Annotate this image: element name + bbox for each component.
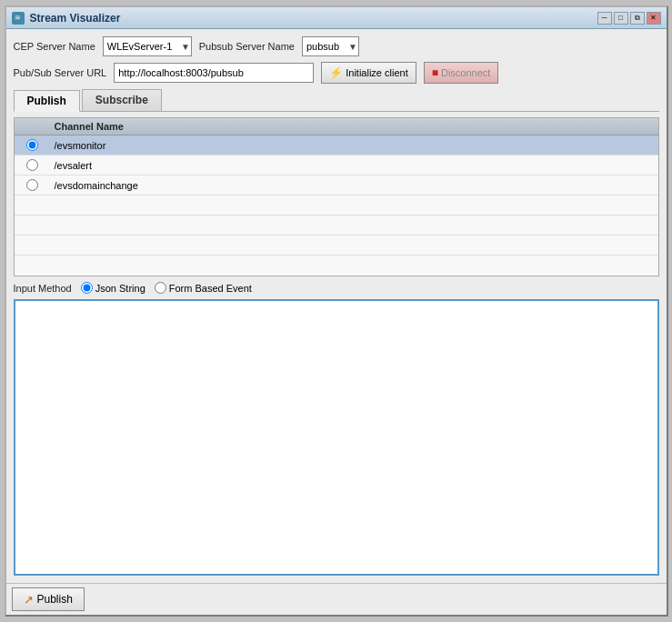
form-based-label: Form Based Event (169, 283, 252, 294)
publish-icon: ↗ (24, 593, 34, 607)
main-window: ≋ Stream Visualizer ─ □ ⧉ ✕ CEP Server N… (5, 5, 668, 617)
channel-name-1: /evsmonitor (51, 138, 658, 153)
channel-name-2: /evsalert (51, 158, 658, 173)
url-row: Pub/Sub Server URL ⚡ Initialize client ■… (14, 62, 659, 84)
radio-cell-2 (15, 159, 51, 171)
form-based-option[interactable]: Form Based Event (155, 282, 252, 294)
json-textarea[interactable] (17, 303, 656, 572)
empty-row (15, 196, 658, 216)
radio-cell-1 (15, 139, 51, 151)
url-input[interactable] (114, 63, 314, 83)
table-row[interactable]: /evsmonitor (15, 135, 658, 156)
json-string-option[interactable]: Json String (81, 282, 145, 294)
restore-button[interactable]: □ (614, 12, 628, 25)
init-label: Initialize client (346, 67, 407, 78)
maximize-button[interactable]: ⧉ (630, 12, 645, 25)
channel-radio-1[interactable] (26, 139, 38, 151)
input-method-label: Input Method (14, 283, 72, 294)
empty-row (15, 236, 658, 256)
footer: ↗ Publish (6, 583, 667, 615)
empty-row (15, 256, 658, 276)
json-string-radio[interactable] (81, 282, 93, 294)
text-input-area (14, 299, 659, 576)
minimize-button[interactable]: ─ (597, 12, 612, 25)
cep-select-container: WLEvServer-1 ▼ (103, 36, 192, 56)
tabs-bar: Publish Subscribe (14, 89, 659, 112)
content-area: CEP Server Name WLEvServer-1 ▼ Pubsub Se… (6, 29, 667, 583)
input-method-row: Input Method Json String Form Based Even… (14, 282, 659, 294)
publish-button[interactable]: ↗ Publish (12, 587, 85, 611)
channel-radio-3[interactable] (26, 179, 38, 191)
disconnect-icon: ■ (432, 66, 438, 79)
pubsub-server-select[interactable]: pubsub (302, 36, 359, 56)
url-label: Pub/Sub Server URL (14, 67, 107, 78)
form-based-radio[interactable] (155, 282, 166, 294)
disconnect-button[interactable]: ■ Disconnect (424, 62, 499, 84)
channel-radio-2[interactable] (26, 159, 38, 171)
cep-label: CEP Server Name (14, 41, 95, 52)
server-row: CEP Server Name WLEvServer-1 ▼ Pubsub Se… (14, 36, 659, 56)
tab-publish[interactable]: Publish (14, 90, 80, 112)
empty-row (15, 216, 658, 236)
title-bar: ≋ Stream Visualizer ─ □ ⧉ ✕ (6, 7, 667, 29)
json-string-label: Json String (95, 283, 145, 294)
app-icon: ≋ (12, 12, 25, 25)
channel-name-header: Channel Name (51, 118, 127, 135)
initialize-client-button[interactable]: ⚡ Initialize client (321, 62, 416, 84)
publish-label: Publish (37, 593, 73, 606)
tab-subscribe[interactable]: Subscribe (82, 89, 162, 111)
cep-server-select[interactable]: WLEvServer-1 (103, 36, 192, 56)
channel-name-3: /evsdomainchange (51, 178, 658, 193)
window-controls: ─ □ ⧉ ✕ (597, 12, 661, 25)
init-icon: ⚡ (329, 66, 343, 79)
close-button[interactable]: ✕ (647, 12, 661, 25)
radio-cell-3 (15, 179, 51, 191)
table-row[interactable]: /evsalert (15, 156, 658, 176)
pubsub-label: Pubsub Server Name (199, 41, 295, 52)
pubsub-select-container: pubsub ▼ (302, 36, 359, 56)
table-row[interactable]: /evsdomainchange (15, 176, 658, 196)
channel-table: Channel Name /evsmonitor /evsalert /evsd… (14, 117, 659, 276)
disconnect-label: Disconnect (441, 67, 490, 78)
window-title: Stream Visualizer (30, 12, 597, 25)
